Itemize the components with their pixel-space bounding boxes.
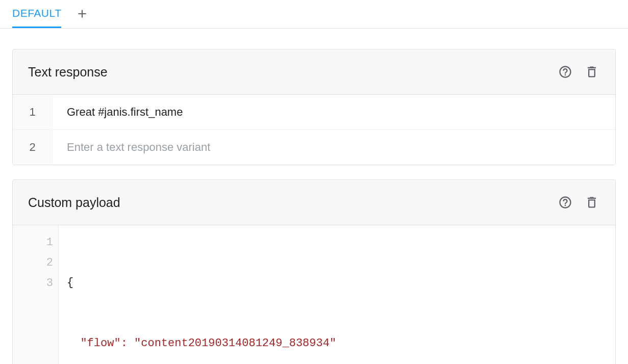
code-editor[interactable]: 1 2 3 { "flow": "content20190314081249_8… — [13, 225, 615, 364]
text-response-title: Text response — [28, 65, 108, 80]
text-response-rows: 1 2 — [13, 95, 615, 165]
delete-button[interactable] — [584, 194, 600, 211]
text-response-card: Text response 1 2 — [12, 49, 616, 165]
line-number: 1 — [18, 232, 53, 253]
line-number: 3 — [18, 273, 53, 294]
tabs-bar: DEFAULT — [0, 0, 628, 29]
line-number: 2 — [18, 253, 53, 273]
plus-icon — [76, 7, 89, 20]
text-response-row: 2 — [13, 130, 615, 165]
code-body[interactable]: { "flow": "content20190314081249_838934"… — [59, 225, 615, 364]
code-token-string: "content20190314081249_838934" — [134, 337, 336, 350]
code-token-key: "flow" — [80, 337, 120, 350]
help-icon — [558, 195, 572, 210]
code-token-colon: : — [121, 337, 128, 350]
add-tab-button[interactable] — [76, 7, 89, 21]
trash-icon — [585, 65, 599, 79]
code-token-brace: { — [67, 276, 73, 289]
help-button[interactable] — [557, 64, 573, 80]
row-number: 1 — [13, 95, 53, 129]
text-response-row: 1 — [13, 95, 615, 130]
custom-payload-header: Custom payload — [13, 180, 615, 225]
custom-payload-card: Custom payload 1 2 3 { "flow": "content2… — [12, 179, 616, 364]
content-area: Text response 1 2 Custom payload — [0, 29, 628, 364]
row-number: 2 — [13, 130, 53, 165]
code-gutter: 1 2 3 — [13, 225, 59, 364]
text-response-header: Text response — [13, 49, 615, 95]
custom-payload-actions — [557, 194, 600, 211]
delete-button[interactable] — [584, 64, 600, 80]
trash-icon — [585, 195, 599, 210]
tab-default[interactable]: DEFAULT — [12, 0, 61, 28]
help-button[interactable] — [557, 194, 573, 211]
text-response-input[interactable] — [53, 130, 615, 165]
text-response-input[interactable] — [53, 95, 615, 129]
text-response-actions — [557, 64, 600, 80]
help-icon — [558, 65, 572, 79]
custom-payload-title: Custom payload — [28, 195, 120, 210]
